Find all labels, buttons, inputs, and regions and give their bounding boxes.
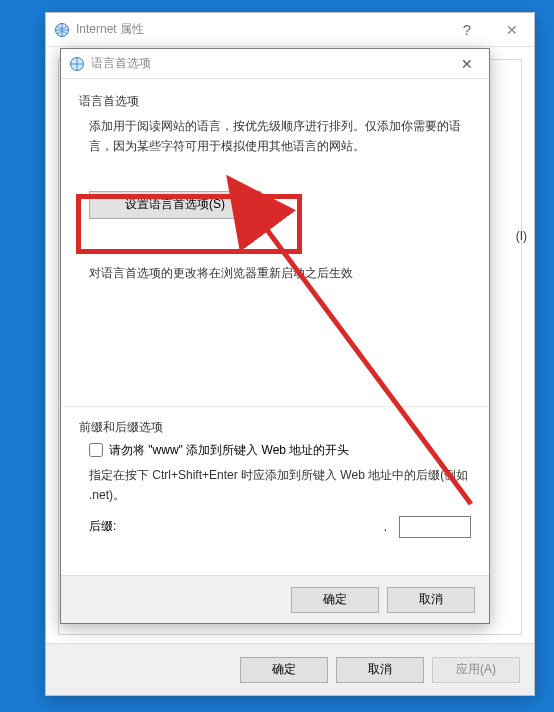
language-dialog-icon [69,56,85,72]
side-annotation: (I) [516,229,527,243]
parent-title: Internet 属性 [76,21,445,38]
child-ok-button[interactable]: 确定 [291,587,379,613]
window-buttons: ? ✕ [445,13,534,46]
no-www-prefix-label: 请勿将 "www" 添加到所键入 Web 地址的开头 [109,442,349,459]
child-cancel-button[interactable]: 取消 [387,587,475,613]
child-footer: 确定 取消 [61,575,489,623]
parent-cancel-button[interactable]: 取消 [336,657,424,683]
language-restart-note: 对语言首选项的更改将在浏览器重新启动之后生效 [79,265,471,282]
child-close-button[interactable]: ✕ [445,49,489,79]
help-button[interactable]: ? [445,13,489,46]
child-body: 语言首选项 添加用于阅读网站的语言，按优先级顺序进行排列。仅添加你需要的语言，因… [61,79,489,548]
no-www-prefix-checkbox[interactable] [89,443,103,457]
child-title: 语言首选项 [91,55,445,72]
language-description: 添加用于阅读网站的语言，按优先级顺序进行排列。仅添加你需要的语言，因为某些字符可… [79,116,471,157]
child-titlebar: 语言首选项 ✕ [61,49,489,79]
internet-options-icon [54,22,70,38]
suffix-dot: . [384,520,387,534]
section-divider [61,406,489,407]
close-button[interactable]: ✕ [489,13,534,46]
suffix-input[interactable] [399,516,471,538]
set-language-preferences-button[interactable]: 设置语言首选项(S) [89,191,261,219]
language-preferences-dialog: 语言首选项 ✕ 语言首选项 添加用于阅读网站的语言，按优先级顺序进行排列。仅添加… [60,48,490,624]
parent-footer: 确定 取消 应用(A) [46,643,534,695]
parent-apply-button[interactable]: 应用(A) [432,657,520,683]
section-suffix-title: 前缀和后缀选项 [79,419,471,436]
parent-ok-button[interactable]: 确定 [240,657,328,683]
suffix-description: 指定在按下 Ctrl+Shift+Enter 时应添加到所键入 Web 地址中的… [79,465,471,506]
section-language-title: 语言首选项 [79,93,471,110]
parent-titlebar: Internet 属性 ? ✕ [46,13,534,47]
suffix-label: 后缀: [89,518,125,535]
